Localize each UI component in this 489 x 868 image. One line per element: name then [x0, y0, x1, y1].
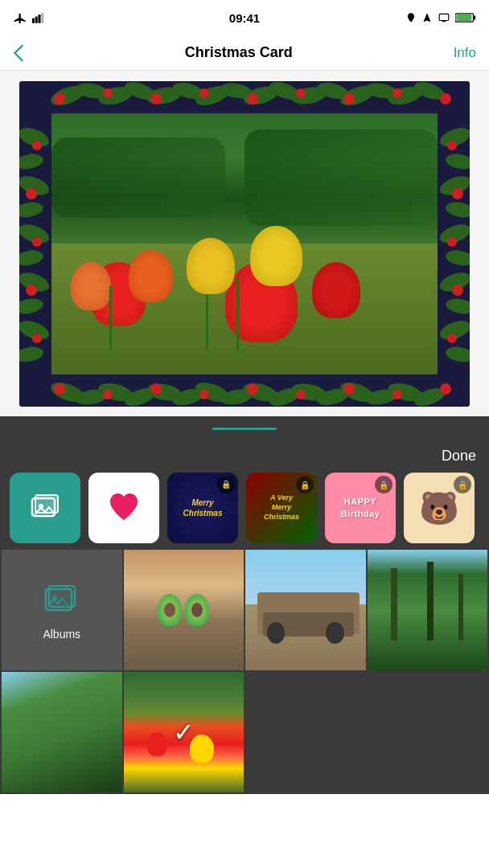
sticker-photo-library[interactable]: [10, 473, 80, 543]
nav-bar: Christmas Card Info: [0, 35, 489, 71]
airplane-icon: [13, 12, 27, 23]
sticker-very-merry[interactable]: 🔒 A VeryMerryChristmas: [246, 473, 317, 543]
albums-label: Albums: [43, 628, 80, 641]
svg-rect-9: [456, 14, 471, 21]
location-icon: [405, 12, 417, 23]
albums-cell[interactable]: Albums: [2, 550, 122, 670]
garden-background: [51, 113, 438, 375]
card-photo: [51, 113, 438, 375]
sticker-bear[interactable]: 🔒 🐻: [404, 473, 475, 543]
very-merry-text: A VeryMerryChristmas: [261, 490, 302, 525]
svg-rect-8: [474, 15, 476, 19]
sticker-merry-christmas[interactable]: 🔒 MerryChristmas: [167, 473, 238, 543]
battery-icon: [455, 12, 476, 23]
photo-grid: Albums: [0, 548, 489, 794]
status-time: 09:41: [229, 11, 260, 25]
screen-icon: [438, 12, 450, 23]
sticker-heart[interactable]: [88, 473, 159, 543]
photo-car[interactable]: [245, 550, 366, 670]
back-chevron-icon: [13, 44, 24, 62]
main-image-area: [0, 71, 489, 416]
bear-emoji: 🐻: [419, 492, 459, 524]
status-right: [405, 12, 476, 23]
selected-overlay: ✓: [124, 672, 244, 792]
svg-rect-0: [32, 18, 35, 23]
lock-badge-2: 🔒: [296, 476, 314, 493]
navigation-icon: [421, 12, 433, 23]
photo-library-icon: [27, 490, 63, 526]
lock-badge-3: 🔒: [375, 476, 392, 493]
bottom-panel: Done 🔒 MerryChristmas 🔒: [0, 441, 489, 794]
signal-icon: [32, 12, 47, 23]
happy-birthday-text: HAPPYBirthday: [341, 496, 380, 521]
svg-rect-2: [39, 14, 41, 23]
lock-badge: 🔒: [217, 476, 235, 493]
photo-forest1[interactable]: [368, 550, 488, 670]
page-title: Christmas Card: [185, 44, 293, 61]
photo-avocado[interactable]: [124, 550, 244, 670]
done-button[interactable]: Done: [442, 448, 476, 465]
svg-rect-5: [439, 14, 449, 20]
status-bar: 09:41: [0, 0, 489, 35]
photo-flowers-selected[interactable]: ✓: [124, 672, 244, 792]
svg-rect-3: [41, 13, 43, 23]
sticker-row: 🔒 MerryChristmas 🔒 A VeryMerryChristmas …: [0, 468, 489, 548]
christmas-card-image: [19, 81, 470, 407]
checkmark: ✓: [173, 717, 195, 747]
sticker-happy-birthday[interactable]: 🔒 HAPPYBirthday: [325, 473, 396, 543]
heart-icon: [104, 488, 144, 528]
lock-badge-4: 🔒: [454, 476, 471, 493]
photo-forest2[interactable]: [2, 672, 122, 792]
info-button[interactable]: Info: [454, 45, 476, 61]
albums-icon: [43, 579, 81, 618]
separator-line: [212, 428, 277, 430]
back-button[interactable]: [13, 44, 24, 62]
separator-container: [0, 416, 489, 441]
status-left: [13, 12, 47, 23]
merry-christmas-text: MerryChristmas: [183, 497, 223, 518]
svg-rect-1: [35, 17, 38, 23]
done-row: Done: [0, 441, 489, 468]
